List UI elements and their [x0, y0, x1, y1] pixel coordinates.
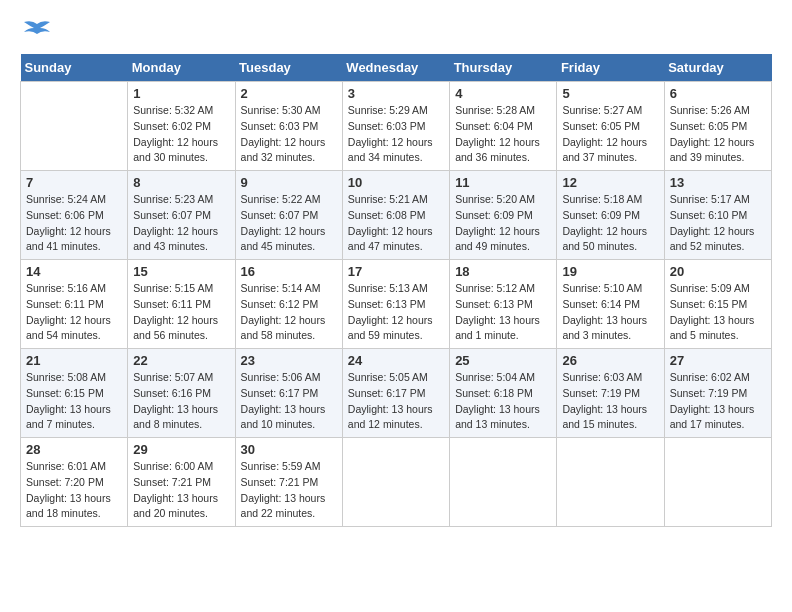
cell-info: Sunrise: 5:27 AMSunset: 6:05 PMDaylight:…	[562, 103, 658, 166]
day-number: 25	[455, 353, 551, 368]
day-number: 29	[133, 442, 229, 457]
cell-info: Sunrise: 5:26 AMSunset: 6:05 PMDaylight:…	[670, 103, 766, 166]
logo	[20, 20, 52, 44]
cell-info: Sunrise: 5:23 AMSunset: 6:07 PMDaylight:…	[133, 192, 229, 255]
day-number: 1	[133, 86, 229, 101]
column-header-monday: Monday	[128, 54, 235, 82]
cell-info: Sunrise: 5:09 AMSunset: 6:15 PMDaylight:…	[670, 281, 766, 344]
day-number: 22	[133, 353, 229, 368]
day-number: 30	[241, 442, 337, 457]
cell-info: Sunrise: 6:00 AMSunset: 7:21 PMDaylight:…	[133, 459, 229, 522]
calendar-cell: 17Sunrise: 5:13 AMSunset: 6:13 PMDayligh…	[342, 260, 449, 349]
week-row-4: 21Sunrise: 5:08 AMSunset: 6:15 PMDayligh…	[21, 349, 772, 438]
calendar-cell: 8Sunrise: 5:23 AMSunset: 6:07 PMDaylight…	[128, 171, 235, 260]
column-header-saturday: Saturday	[664, 54, 771, 82]
week-row-5: 28Sunrise: 6:01 AMSunset: 7:20 PMDayligh…	[21, 438, 772, 527]
calendar-cell: 18Sunrise: 5:12 AMSunset: 6:13 PMDayligh…	[450, 260, 557, 349]
calendar-cell: 21Sunrise: 5:08 AMSunset: 6:15 PMDayligh…	[21, 349, 128, 438]
day-number: 18	[455, 264, 551, 279]
cell-info: Sunrise: 5:06 AMSunset: 6:17 PMDaylight:…	[241, 370, 337, 433]
day-number: 13	[670, 175, 766, 190]
day-number: 23	[241, 353, 337, 368]
cell-info: Sunrise: 5:21 AMSunset: 6:08 PMDaylight:…	[348, 192, 444, 255]
day-number: 15	[133, 264, 229, 279]
calendar-cell	[450, 438, 557, 527]
calendar-cell: 7Sunrise: 5:24 AMSunset: 6:06 PMDaylight…	[21, 171, 128, 260]
cell-info: Sunrise: 6:01 AMSunset: 7:20 PMDaylight:…	[26, 459, 122, 522]
week-row-1: 1Sunrise: 5:32 AMSunset: 6:02 PMDaylight…	[21, 82, 772, 171]
cell-info: Sunrise: 6:02 AMSunset: 7:19 PMDaylight:…	[670, 370, 766, 433]
day-number: 19	[562, 264, 658, 279]
calendar-header: SundayMondayTuesdayWednesdayThursdayFrid…	[21, 54, 772, 82]
day-number: 3	[348, 86, 444, 101]
day-number: 6	[670, 86, 766, 101]
calendar-body: 1Sunrise: 5:32 AMSunset: 6:02 PMDaylight…	[21, 82, 772, 527]
cell-info: Sunrise: 5:59 AMSunset: 7:21 PMDaylight:…	[241, 459, 337, 522]
cell-info: Sunrise: 5:18 AMSunset: 6:09 PMDaylight:…	[562, 192, 658, 255]
calendar-cell	[664, 438, 771, 527]
column-header-thursday: Thursday	[450, 54, 557, 82]
day-number: 12	[562, 175, 658, 190]
logo-bird-icon	[22, 20, 52, 44]
day-number: 17	[348, 264, 444, 279]
cell-info: Sunrise: 5:29 AMSunset: 6:03 PMDaylight:…	[348, 103, 444, 166]
day-number: 2	[241, 86, 337, 101]
cell-info: Sunrise: 5:32 AMSunset: 6:02 PMDaylight:…	[133, 103, 229, 166]
cell-info: Sunrise: 5:07 AMSunset: 6:16 PMDaylight:…	[133, 370, 229, 433]
calendar-cell: 14Sunrise: 5:16 AMSunset: 6:11 PMDayligh…	[21, 260, 128, 349]
calendar-cell: 29Sunrise: 6:00 AMSunset: 7:21 PMDayligh…	[128, 438, 235, 527]
day-number: 20	[670, 264, 766, 279]
cell-info: Sunrise: 5:28 AMSunset: 6:04 PMDaylight:…	[455, 103, 551, 166]
page-header	[20, 20, 772, 44]
calendar-cell: 9Sunrise: 5:22 AMSunset: 6:07 PMDaylight…	[235, 171, 342, 260]
calendar-cell: 26Sunrise: 6:03 AMSunset: 7:19 PMDayligh…	[557, 349, 664, 438]
day-number: 8	[133, 175, 229, 190]
calendar-cell: 3Sunrise: 5:29 AMSunset: 6:03 PMDaylight…	[342, 82, 449, 171]
day-number: 7	[26, 175, 122, 190]
day-number: 5	[562, 86, 658, 101]
day-number: 10	[348, 175, 444, 190]
calendar-cell: 1Sunrise: 5:32 AMSunset: 6:02 PMDaylight…	[128, 82, 235, 171]
calendar-cell: 28Sunrise: 6:01 AMSunset: 7:20 PMDayligh…	[21, 438, 128, 527]
column-header-wednesday: Wednesday	[342, 54, 449, 82]
calendar-cell: 24Sunrise: 5:05 AMSunset: 6:17 PMDayligh…	[342, 349, 449, 438]
calendar-cell: 27Sunrise: 6:02 AMSunset: 7:19 PMDayligh…	[664, 349, 771, 438]
calendar-cell	[342, 438, 449, 527]
cell-info: Sunrise: 5:10 AMSunset: 6:14 PMDaylight:…	[562, 281, 658, 344]
cell-info: Sunrise: 5:24 AMSunset: 6:06 PMDaylight:…	[26, 192, 122, 255]
cell-info: Sunrise: 5:20 AMSunset: 6:09 PMDaylight:…	[455, 192, 551, 255]
day-number: 28	[26, 442, 122, 457]
calendar-cell: 25Sunrise: 5:04 AMSunset: 6:18 PMDayligh…	[450, 349, 557, 438]
cell-info: Sunrise: 5:04 AMSunset: 6:18 PMDaylight:…	[455, 370, 551, 433]
day-number: 14	[26, 264, 122, 279]
calendar-cell: 22Sunrise: 5:07 AMSunset: 6:16 PMDayligh…	[128, 349, 235, 438]
calendar-cell	[21, 82, 128, 171]
day-number: 21	[26, 353, 122, 368]
day-number: 24	[348, 353, 444, 368]
day-number: 9	[241, 175, 337, 190]
calendar-cell: 5Sunrise: 5:27 AMSunset: 6:05 PMDaylight…	[557, 82, 664, 171]
cell-info: Sunrise: 5:14 AMSunset: 6:12 PMDaylight:…	[241, 281, 337, 344]
calendar-cell: 13Sunrise: 5:17 AMSunset: 6:10 PMDayligh…	[664, 171, 771, 260]
calendar-cell: 23Sunrise: 5:06 AMSunset: 6:17 PMDayligh…	[235, 349, 342, 438]
cell-info: Sunrise: 6:03 AMSunset: 7:19 PMDaylight:…	[562, 370, 658, 433]
cell-info: Sunrise: 5:13 AMSunset: 6:13 PMDaylight:…	[348, 281, 444, 344]
calendar-cell: 19Sunrise: 5:10 AMSunset: 6:14 PMDayligh…	[557, 260, 664, 349]
column-header-tuesday: Tuesday	[235, 54, 342, 82]
cell-info: Sunrise: 5:22 AMSunset: 6:07 PMDaylight:…	[241, 192, 337, 255]
day-number: 27	[670, 353, 766, 368]
cell-info: Sunrise: 5:08 AMSunset: 6:15 PMDaylight:…	[26, 370, 122, 433]
calendar-cell: 12Sunrise: 5:18 AMSunset: 6:09 PMDayligh…	[557, 171, 664, 260]
day-number: 11	[455, 175, 551, 190]
cell-info: Sunrise: 5:12 AMSunset: 6:13 PMDaylight:…	[455, 281, 551, 344]
calendar-cell: 30Sunrise: 5:59 AMSunset: 7:21 PMDayligh…	[235, 438, 342, 527]
calendar-cell: 2Sunrise: 5:30 AMSunset: 6:03 PMDaylight…	[235, 82, 342, 171]
column-header-friday: Friday	[557, 54, 664, 82]
calendar-cell: 4Sunrise: 5:28 AMSunset: 6:04 PMDaylight…	[450, 82, 557, 171]
calendar-table: SundayMondayTuesdayWednesdayThursdayFrid…	[20, 54, 772, 527]
day-number: 26	[562, 353, 658, 368]
calendar-cell: 10Sunrise: 5:21 AMSunset: 6:08 PMDayligh…	[342, 171, 449, 260]
calendar-cell	[557, 438, 664, 527]
calendar-cell: 20Sunrise: 5:09 AMSunset: 6:15 PMDayligh…	[664, 260, 771, 349]
column-header-sunday: Sunday	[21, 54, 128, 82]
